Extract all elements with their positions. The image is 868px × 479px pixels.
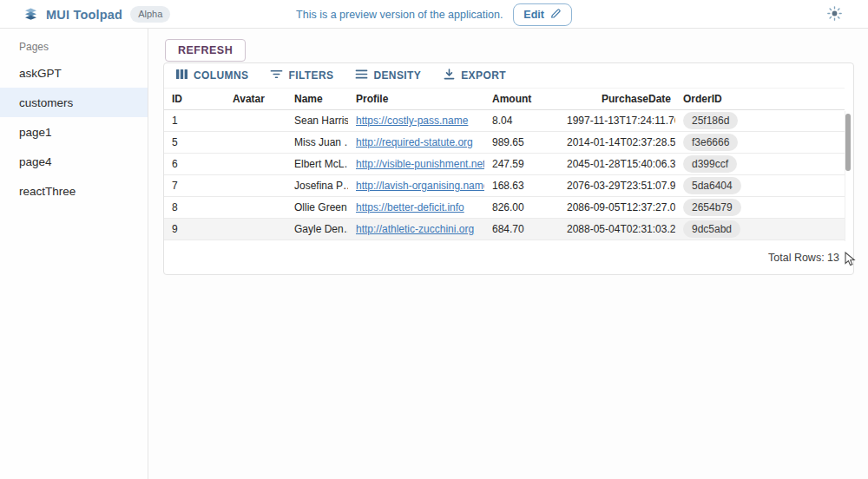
columns-icon <box>175 69 188 82</box>
sidebar: Pages askGPT customers page1 page4 react… <box>0 29 148 479</box>
cell-purchasedate: 2014-01-14T02:37:28.536Z <box>567 136 675 148</box>
density-button-label: DENSITY <box>373 69 421 82</box>
alpha-badge: Alpha <box>130 6 170 23</box>
sidebar-item-label: askGPT <box>19 67 62 80</box>
profile-link[interactable]: http://lavish-organising.name <box>356 180 484 192</box>
column-header-amount[interactable]: Amount <box>484 93 567 105</box>
column-header-id[interactable]: ID <box>164 93 225 105</box>
pencil-icon <box>550 8 562 22</box>
page-content: REFRESH COLUMNS <box>148 29 868 479</box>
density-icon <box>355 69 368 82</box>
sidebar-item-label: customers <box>19 96 73 109</box>
cell-orderid: 2654b79 <box>675 199 845 216</box>
cell-profile: https://better-deficit.info <box>348 201 484 213</box>
column-header-purchasedate[interactable]: PurchaseDate <box>567 93 675 105</box>
grid-footer: Total Rows: 13 <box>164 240 853 274</box>
cell-purchasedate: 2088-05-04T02:31:03.294Z <box>567 223 675 235</box>
brand: MUI Toolpad Alpha <box>23 0 170 29</box>
cell-profile: http://required-statute.org <box>348 136 484 148</box>
density-button[interactable]: DENSITY <box>351 65 425 86</box>
cell-orderid: d399ccf <box>675 155 845 173</box>
cell-amount: 168.63 <box>484 180 567 192</box>
grid-toolbar: COLUMNS FILTERS <box>164 63 853 88</box>
cell-name: Ollie Green… <box>286 201 348 213</box>
cell-name: Josefina P… <box>286 180 348 192</box>
data-grid: COLUMNS FILTERS <box>163 62 854 275</box>
orderid-chip[interactable]: d399ccf <box>683 155 737 173</box>
orderid-chip[interactable]: 2654b79 <box>683 199 741 216</box>
cell-id: 1 <box>164 115 225 127</box>
cell-profile: http://athletic-zucchini.org <box>348 223 484 235</box>
cell-orderid: 9dc5abd <box>675 220 845 238</box>
refresh-button[interactable]: REFRESH <box>165 39 246 62</box>
cell-amount: 8.04 <box>484 115 567 127</box>
export-icon <box>443 69 456 82</box>
table-row[interactable]: 9 Gayle Den… http://athletic-zucchini.or… <box>164 219 845 240</box>
preview-text: This is a preview version of the applica… <box>296 9 503 21</box>
sidebar-item-page1[interactable]: page1 <box>0 117 148 147</box>
grid-header-row: ID Avatar Name Profile Amount PurchaseDa… <box>164 88 845 110</box>
edit-button[interactable]: Edit <box>513 3 572 26</box>
grid-rows: 1 Sean Harris https://costly-pass.name 8… <box>164 110 845 240</box>
profile-link[interactable]: http://required-statute.org <box>356 136 473 148</box>
filters-button[interactable]: FILTERS <box>266 65 338 86</box>
orderid-chip[interactable]: 25f186d <box>683 112 738 129</box>
vertical-scrollbar[interactable] <box>845 114 851 171</box>
sidebar-item-label: reactThree <box>19 185 76 198</box>
table-row[interactable]: 8 Ollie Green… https://better-deficit.in… <box>164 197 845 219</box>
orderid-chip[interactable]: 9dc5abd <box>683 220 740 238</box>
column-header-avatar[interactable]: Avatar <box>225 93 286 105</box>
cell-purchasedate: 2076-03-29T23:51:07.968Z <box>567 180 675 192</box>
table-row[interactable]: 5 Miss Juan … http://required-statute.or… <box>164 132 845 154</box>
cell-profile: http://lavish-organising.name <box>348 180 484 192</box>
sidebar-item-label: page1 <box>19 126 52 139</box>
profile-link[interactable]: http://visible-punishment.net <box>356 158 484 170</box>
filters-icon <box>270 69 283 82</box>
sidebar-item-askgpt[interactable]: askGPT <box>0 58 148 88</box>
toolpad-logo-icon <box>23 8 38 22</box>
sidebar-item-customers[interactable]: customers <box>0 88 148 117</box>
app-title: MUI Toolpad <box>46 8 122 22</box>
cell-name: Gayle Den… <box>286 223 348 235</box>
column-header-profile[interactable]: Profile <box>348 93 484 105</box>
cell-name: Sean Harris <box>286 115 348 127</box>
cell-id: 6 <box>164 158 225 170</box>
cell-id: 7 <box>164 180 225 192</box>
export-button[interactable]: EXPORT <box>438 65 510 86</box>
filters-button-label: FILTERS <box>288 69 333 82</box>
profile-link[interactable]: http://athletic-zucchini.org <box>356 223 474 235</box>
table-row[interactable]: 1 Sean Harris https://costly-pass.name 8… <box>164 110 845 132</box>
orderid-chip[interactable]: f3e6666 <box>683 134 738 151</box>
profile-link[interactable]: https://better-deficit.info <box>356 201 464 213</box>
cell-name: Miss Juan … <box>286 136 348 148</box>
cell-purchasedate: 1997-11-13T17:24:11.769Z <box>567 115 675 127</box>
cell-amount: 826.00 <box>484 201 567 213</box>
cell-amount: 247.59 <box>484 158 567 170</box>
cell-profile: https://costly-pass.name <box>348 115 484 127</box>
orderid-chip[interactable]: 5da6404 <box>683 177 741 194</box>
columns-button[interactable]: COLUMNS <box>171 65 253 86</box>
table-row[interactable]: 7 Josefina P… http://lavish-organising.n… <box>164 175 845 197</box>
total-rows-label: Total Rows: 13 <box>768 252 839 264</box>
cell-name: Elbert McL… <box>286 158 348 170</box>
profile-link[interactable]: https://costly-pass.name <box>356 115 468 127</box>
sidebar-item-reactthree[interactable]: reactThree <box>0 176 148 206</box>
export-button-label: EXPORT <box>461 69 506 82</box>
edit-button-label: Edit <box>523 9 544 21</box>
cell-id: 9 <box>164 223 225 235</box>
app-bar: MUI Toolpad Alpha This is a preview vers… <box>0 0 868 29</box>
sidebar-item-page4[interactable]: page4 <box>0 147 148 176</box>
theme-toggle-button[interactable] <box>824 4 845 25</box>
preview-banner: This is a preview version of the applica… <box>296 0 572 29</box>
cell-profile: http://visible-punishment.net <box>348 158 484 170</box>
cell-orderid: 5da6404 <box>675 177 845 194</box>
sidebar-item-label: page4 <box>19 155 52 168</box>
cell-id: 8 <box>164 201 225 213</box>
cell-purchasedate: 2045-01-28T15:40:06.325Z <box>567 158 675 170</box>
cell-amount: 684.70 <box>484 223 567 235</box>
column-header-orderid[interactable]: OrderID <box>675 93 845 105</box>
column-header-name[interactable]: Name <box>286 93 348 105</box>
cell-orderid: 25f186d <box>675 112 845 129</box>
columns-button-label: COLUMNS <box>194 69 248 82</box>
table-row[interactable]: 6 Elbert McL… http://visible-punishment.… <box>164 154 845 175</box>
